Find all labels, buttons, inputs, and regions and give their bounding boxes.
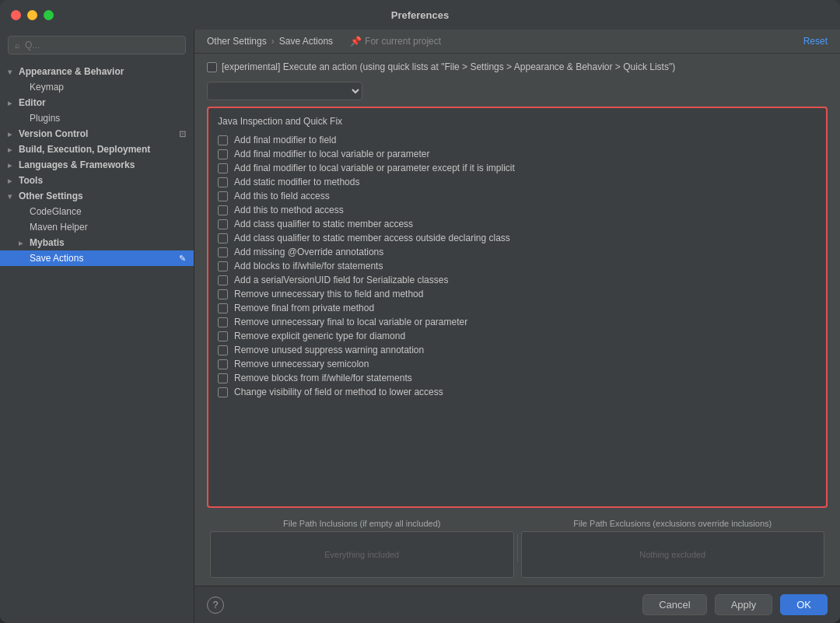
inspection-checkbox[interactable] <box>218 177 228 187</box>
sidebar-item-keymap[interactable]: Keymap <box>0 79 194 95</box>
inspection-box: Java Inspection and Quick Fix Add final … <box>207 107 828 508</box>
inspection-item: Add missing @Override annotations <box>218 245 817 259</box>
inspection-item-label: Change visibility of field or method to … <box>234 387 443 397</box>
window-title: Preferences <box>391 9 449 21</box>
inspection-checkbox[interactable] <box>218 373 228 383</box>
sidebar-item-editor[interactable]: ▸ Editor <box>0 95 194 110</box>
inspection-item: Remove unnecessary final to local variab… <box>218 315 817 329</box>
sidebar-item-label: Other Settings <box>19 191 83 201</box>
exclusions-placeholder: Nothing excluded <box>639 550 705 559</box>
chevron-down-icon: ▾ <box>8 68 19 76</box>
inspection-checkbox[interactable] <box>218 191 228 201</box>
inspection-checkbox[interactable] <box>218 261 228 271</box>
experimental-row: [experimental] Execute an action (using … <box>207 61 828 72</box>
inspection-item: Remove unnecessary this to field and met… <box>218 287 817 301</box>
sidebar-item-version-control[interactable]: ▸ Version Control ⊡ <box>0 126 194 142</box>
sidebar-item-build[interactable]: ▸ Build, Execution, Deployment <box>0 142 194 157</box>
inspection-item-label: Add a serialVersionUID field for Seriali… <box>234 275 448 285</box>
maximize-button[interactable] <box>44 10 54 20</box>
inspection-item: Add final modifier to local variable or … <box>218 147 817 161</box>
inspection-item-label: Remove blocks from if/while/for statemen… <box>234 373 412 383</box>
inspection-checkbox[interactable] <box>218 275 228 285</box>
inspection-checkbox[interactable] <box>218 163 228 173</box>
file-exclusions-section: File Path Exclusions (exclusions overrid… <box>518 519 828 578</box>
inspection-checkbox[interactable] <box>218 303 228 313</box>
inclusions-placeholder: Everything included <box>324 550 399 559</box>
sidebar-item-other-settings[interactable]: ▾ Other Settings <box>0 188 194 204</box>
inspection-checkbox[interactable] <box>218 345 228 355</box>
sidebar-item-label: Languages & Frameworks <box>19 159 135 170</box>
sidebar-item-codeglance[interactable]: CodeGlance <box>0 204 194 219</box>
inspection-checkbox[interactable] <box>218 135 228 145</box>
traffic-lights <box>11 10 54 20</box>
cancel-button[interactable]: Cancel <box>642 594 706 615</box>
breadcrumb-separator: › <box>271 36 275 47</box>
inspection-checkbox[interactable] <box>218 219 228 229</box>
experimental-label: [experimental] Execute an action (using … <box>222 61 675 72</box>
inspection-checkbox[interactable] <box>218 149 228 159</box>
sidebar-item-tools[interactable]: ▸ Tools <box>0 173 194 188</box>
inclusions-label: File Path Inclusions (if empty all inclu… <box>207 519 517 528</box>
inspection-item-label: Add this to method access <box>234 205 344 215</box>
sidebar-item-label: Appearance & Behavior <box>19 66 124 77</box>
sidebar-item-appearance[interactable]: ▾ Appearance & Behavior <box>0 64 194 79</box>
inspection-checkbox[interactable] <box>218 247 228 257</box>
inspection-item: Change visibility of field or method to … <box>218 385 817 399</box>
inspection-checkbox[interactable] <box>218 289 228 299</box>
inspection-item-label: Add missing @Override annotations <box>234 247 383 257</box>
vcs-icon: ⊡ <box>179 129 186 139</box>
ok-button[interactable]: OK <box>780 594 828 615</box>
inspection-item: Add blocks to if/while/for statements <box>218 259 817 273</box>
edit-icon: ✎ <box>179 254 186 264</box>
action-dropdown[interactable] <box>207 82 362 100</box>
inspection-checkbox[interactable] <box>218 233 228 243</box>
bottom-bar: ? Cancel Apply OK <box>194 586 840 623</box>
inspection-item-label: Remove final from private method <box>234 303 374 313</box>
sidebar-item-label: Keymap <box>30 82 64 93</box>
inspection-checkbox[interactable] <box>218 317 228 327</box>
preferences-window: Preferences ⌕ ▾ Appearance & Behavior Ke… <box>0 0 840 623</box>
sidebar-item-plugins[interactable]: Plugins <box>0 110 194 126</box>
file-inclusions-section: File Path Inclusions (if empty all inclu… <box>207 519 517 578</box>
breadcrumb: Other Settings › Save Actions 📌 For curr… <box>194 30 840 54</box>
breadcrumb-left: Other Settings › Save Actions 📌 For curr… <box>207 36 441 47</box>
inspection-checkbox[interactable] <box>218 205 228 215</box>
inspection-items-list: Add final modifier to fieldAdd final mod… <box>218 133 817 399</box>
exclusions-area[interactable]: Nothing excluded <box>521 531 825 578</box>
experimental-checkbox[interactable] <box>207 62 217 72</box>
search-input[interactable] <box>25 40 179 51</box>
inspection-item: Add class qualifier to static member acc… <box>218 217 817 231</box>
sidebar-item-maven-helper[interactable]: Maven Helper <box>0 219 194 235</box>
inspection-item: Add static modifier to methods <box>218 175 817 189</box>
sidebar-item-label: Mybatis <box>30 237 65 248</box>
inspection-checkbox[interactable] <box>218 331 228 341</box>
inclusions-area[interactable]: Everything included <box>210 531 514 578</box>
help-button[interactable]: ? <box>207 597 224 614</box>
search-box[interactable]: ⌕ <box>8 36 186 54</box>
inspection-item: Add final modifier to local variable or … <box>218 161 817 175</box>
inspection-item: Add this to method access <box>218 203 817 217</box>
inspection-checkbox[interactable] <box>218 387 228 397</box>
dropdown-row <box>207 82 828 100</box>
sidebar-item-languages[interactable]: ▸ Languages & Frameworks <box>0 157 194 173</box>
chevron-right-icon: ▸ <box>8 99 19 107</box>
sidebar-item-save-actions[interactable]: Save Actions ✎ <box>0 250 194 266</box>
for-project-label: 📌 For current project <box>350 36 441 47</box>
apply-button[interactable]: Apply <box>715 594 773 615</box>
close-button[interactable] <box>11 10 21 20</box>
inspection-item-label: Add this to field access <box>234 191 330 201</box>
minimize-button[interactable] <box>27 10 37 20</box>
inspection-item-label: Remove unnecessary this to field and met… <box>234 289 423 299</box>
exclusions-label: File Path Exclusions (exclusions overrid… <box>518 519 828 528</box>
inspection-item-label: Add blocks to if/while/for statements <box>234 261 383 271</box>
inspection-item-label: Remove unused suppress warning annotatio… <box>234 345 424 355</box>
panel-body: [experimental] Execute an action (using … <box>194 54 840 586</box>
sidebar-tree: ▾ Appearance & Behavior Keymap ▸ Editor … <box>0 61 194 623</box>
chevron-right-icon: ▸ <box>8 145 19 154</box>
search-icon: ⌕ <box>15 40 20 50</box>
sidebar-item-mybatis[interactable]: ▸ Mybatis <box>0 235 194 250</box>
reset-button[interactable]: Reset <box>803 36 828 47</box>
inspection-checkbox[interactable] <box>218 359 228 369</box>
breadcrumb-part1[interactable]: Other Settings <box>207 36 267 47</box>
sidebar: ⌕ ▾ Appearance & Behavior Keymap ▸ Edito… <box>0 30 194 623</box>
